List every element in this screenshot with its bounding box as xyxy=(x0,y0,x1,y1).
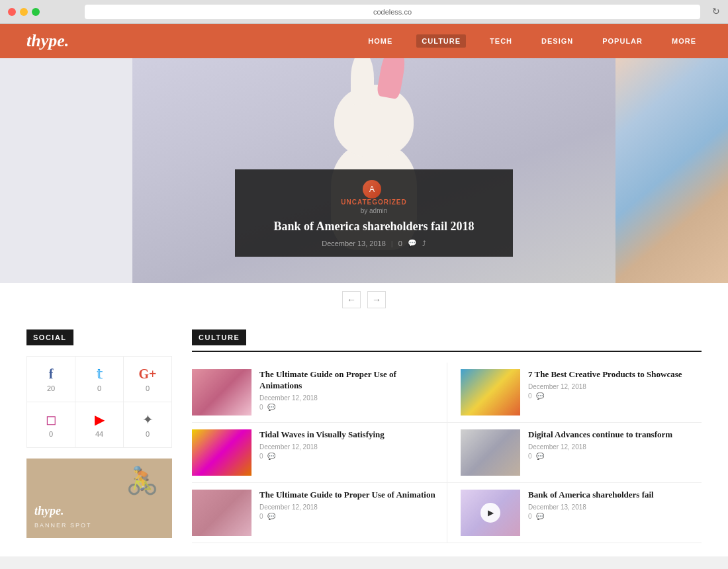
article-title-1[interactable]: The Ultimate Guide on Proper Use of Anim… xyxy=(259,369,439,392)
facebook-count: 20 xyxy=(47,384,55,392)
hero-caption: A UNCATEGORIZED by admin Bank of America… xyxy=(235,169,513,257)
hero-author: by admin xyxy=(248,207,500,214)
slider-next[interactable]: → xyxy=(367,291,386,308)
article-date-6: December 13, 2018 xyxy=(528,503,694,511)
article-thumb-2 xyxy=(461,369,520,416)
article-item[interactable]: Tidal Waves in Visually Satisfying Decem… xyxy=(192,423,447,483)
hero-right-art xyxy=(615,58,728,283)
nav-popular[interactable]: POPULAR xyxy=(597,34,648,48)
article-info-3: Tidal Waves in Visually Satisfying Decem… xyxy=(259,429,439,476)
twitter-count: 0 xyxy=(97,384,101,392)
nav-links: HOME CULTURE TECH DESIGN POPULAR MORE xyxy=(363,34,702,48)
top-nav: thype. HOME CULTURE TECH DESIGN POPULAR … xyxy=(0,24,728,58)
url-text: codeless.co xyxy=(373,8,412,16)
youtube-count: 44 xyxy=(95,430,103,438)
comment-icon: 💬 xyxy=(408,239,417,247)
hero-date: December 13, 2018 xyxy=(322,240,386,247)
hero-title[interactable]: Bank of America shareholders fail 2018 xyxy=(248,220,500,234)
hero-category[interactable]: UNCATEGORIZED xyxy=(248,198,500,206)
web-icon: ✦ xyxy=(142,412,154,427)
banner-sub: BANNER SPOT xyxy=(34,522,92,529)
article-meta-2: 0 💬 xyxy=(528,392,694,400)
close-button[interactable] xyxy=(8,8,16,16)
article-thumb-6: ▶ xyxy=(461,490,520,536)
slider-nav: ← → xyxy=(0,283,728,316)
hero-section: A UNCATEGORIZED by admin Bank of America… xyxy=(0,58,728,283)
article-item[interactable]: The Ultimate Guide on Proper Use of Anim… xyxy=(192,363,447,423)
article-item[interactable]: Digital Advances continue to transform D… xyxy=(447,423,702,483)
article-item[interactable]: ▶ Bank of America shareholders fail Dece… xyxy=(447,483,702,543)
article-item[interactable]: 7 The Best Creative Products to Showcase… xyxy=(447,363,702,423)
nav-design[interactable]: DESIGN xyxy=(536,34,578,48)
nav-more[interactable]: MORE xyxy=(666,34,702,48)
article-thumb-1 xyxy=(192,369,251,416)
banner-spot[interactable]: 🚴 thype. BANNER SPOT xyxy=(26,459,172,538)
comment-icon-3: 💬 xyxy=(267,453,275,460)
youtube-icon: ▶ xyxy=(95,412,105,427)
hero-comments: 0 xyxy=(398,240,402,247)
social-twitter[interactable]: 𝕥 0 xyxy=(75,357,123,402)
site-logo[interactable]: thype. xyxy=(26,31,69,51)
comment-icon-2: 💬 xyxy=(536,392,544,400)
instagram-icon: ◻ xyxy=(46,412,57,427)
slider-prev[interactable]: ← xyxy=(342,291,361,308)
comment-icon-4: 💬 xyxy=(536,453,544,460)
nav-culture[interactable]: CULTURE xyxy=(416,34,466,48)
social-instagram[interactable]: ◻ 0 xyxy=(27,402,75,447)
play-button[interactable]: ▶ xyxy=(480,503,500,523)
comment-icon-5: 💬 xyxy=(267,513,275,520)
hero-spacer xyxy=(0,58,132,283)
article-date-4: December 12, 2018 xyxy=(528,443,694,451)
article-date-2: December 12, 2018 xyxy=(528,383,694,390)
maximize-button[interactable] xyxy=(32,8,40,16)
articles-grid: The Ultimate Guide on Proper Use of Anim… xyxy=(192,363,702,543)
culture-label: CULTURE xyxy=(192,329,246,345)
article-title-5[interactable]: The Ultimate Guide to Proper Use of Anim… xyxy=(259,490,439,501)
article-title-2[interactable]: 7 The Best Creative Products to Showcase xyxy=(528,369,694,380)
article-meta-6: 0 💬 xyxy=(528,513,694,520)
article-item[interactable]: The Ultimate Guide to Proper Use of Anim… xyxy=(192,483,447,543)
author-avatar: A xyxy=(363,180,381,198)
sculpture-ear-right xyxy=(376,58,408,99)
social-web[interactable]: ✦ 0 xyxy=(124,402,171,447)
share-icon[interactable]: ⤴ xyxy=(422,240,426,247)
article-title-6[interactable]: Bank of America shareholders fail xyxy=(528,490,694,501)
article-meta-4: 0 💬 xyxy=(528,453,694,460)
address-bar[interactable]: codeless.co xyxy=(85,5,700,19)
banner-logo: thype. xyxy=(34,504,92,518)
nav-home[interactable]: HOME xyxy=(363,34,398,48)
traffic-lights xyxy=(8,8,40,16)
cyclist-icon: 🚴 xyxy=(126,465,159,496)
article-thumb-3 xyxy=(192,429,251,476)
refresh-button[interactable]: ↻ xyxy=(712,6,720,17)
article-thumb-5 xyxy=(192,490,251,536)
article-info-5: The Ultimate Guide to Proper Use of Anim… xyxy=(259,490,439,536)
banner-text: thype. BANNER SPOT xyxy=(34,504,92,530)
article-meta-1: 0 💬 xyxy=(259,404,439,411)
social-grid: f 20 𝕥 0 G+ 0 ◻ 0 xyxy=(26,356,172,448)
social-youtube[interactable]: ▶ 44 xyxy=(75,402,123,447)
article-date-5: December 12, 2018 xyxy=(259,503,439,511)
main-content: CULTURE The Ultimate Guide on Proper Use… xyxy=(192,329,702,543)
twitter-icon: 𝕥 xyxy=(97,366,103,382)
nav-tech[interactable]: TECH xyxy=(484,34,518,48)
article-title-4[interactable]: Digital Advances continue to transform xyxy=(528,429,694,441)
site-wrapper: thype. HOME CULTURE TECH DESIGN POPULAR … xyxy=(0,24,728,556)
hero-meta: December 13, 2018 | 0 💬 ⤴ xyxy=(248,239,500,247)
facebook-icon: f xyxy=(49,367,54,382)
article-info-4: Digital Advances continue to transform D… xyxy=(528,429,694,476)
culture-section-header: CULTURE xyxy=(192,329,702,352)
article-info-1: The Ultimate Guide on Proper Use of Anim… xyxy=(259,369,439,416)
googleplus-icon: G+ xyxy=(139,367,157,382)
hero-main[interactable]: A UNCATEGORIZED by admin Bank of America… xyxy=(132,58,615,283)
article-title-3[interactable]: Tidal Waves in Visually Satisfying xyxy=(259,429,439,441)
sculpture-ear-left xyxy=(351,58,374,105)
social-header: SOCIAL xyxy=(26,329,73,345)
social-facebook[interactable]: f 20 xyxy=(27,357,75,402)
minimize-button[interactable] xyxy=(20,8,28,16)
browser-chrome: codeless.co ↻ xyxy=(0,0,728,24)
article-date-1: December 12, 2018 xyxy=(259,394,439,402)
article-info-2: 7 The Best Creative Products to Showcase… xyxy=(528,369,694,416)
social-google[interactable]: G+ 0 xyxy=(124,357,171,402)
comment-icon-1: 💬 xyxy=(267,404,275,411)
